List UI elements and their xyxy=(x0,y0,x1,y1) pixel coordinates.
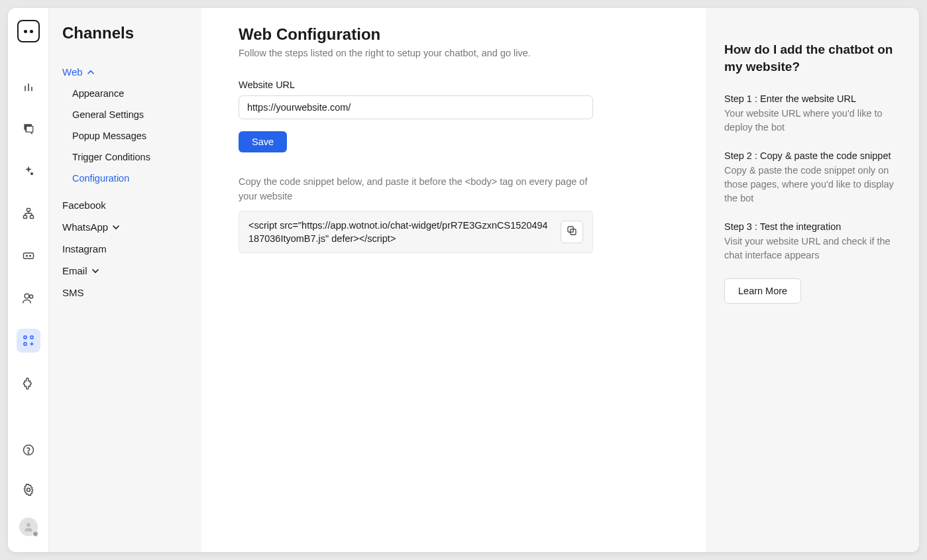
user-avatar[interactable] xyxy=(19,518,38,536)
svg-point-18 xyxy=(23,343,26,345)
step-1-desc: Your website URL where you'd like to dep… xyxy=(724,107,900,135)
svg-rect-4 xyxy=(27,209,30,211)
page-title: Web Configuration xyxy=(239,25,669,44)
code-snippet-text: <script src="https://app.wotnot.io/chat-… xyxy=(248,219,553,246)
svg-point-23 xyxy=(27,488,30,492)
channels-sidebar: Channels Web Appearance General Settings… xyxy=(49,8,201,552)
channel-sms[interactable]: SMS xyxy=(62,282,191,304)
svg-point-14 xyxy=(25,294,29,298)
settings-icon[interactable] xyxy=(17,478,40,502)
svg-point-3 xyxy=(30,173,32,175)
chat-icon[interactable] xyxy=(17,117,40,140)
svg-point-16 xyxy=(23,336,26,339)
sub-appearance[interactable]: Appearance xyxy=(72,83,191,104)
app-logo[interactable] xyxy=(17,20,40,42)
svg-point-13 xyxy=(29,255,30,256)
channel-label: Web xyxy=(62,66,83,78)
step-1-title: Step 1 : Enter the website URL xyxy=(724,93,900,104)
copy-button[interactable] xyxy=(561,221,583,243)
channel-label: Email xyxy=(62,265,87,276)
copy-icon xyxy=(566,225,578,239)
icon-rail xyxy=(8,8,49,552)
help-title: How do I add the chatbot on my website? xyxy=(724,41,900,75)
step-2-desc: Copy & paste the code snippet only on th… xyxy=(724,164,900,205)
channel-facebook[interactable]: Facebook xyxy=(62,194,191,216)
page-subtitle: Follow the steps listed on the right to … xyxy=(239,48,669,58)
svg-point-17 xyxy=(30,336,32,339)
channel-web[interactable]: Web xyxy=(62,61,191,83)
web-sub-items: Appearance General Settings Popup Messag… xyxy=(62,83,191,189)
channels-icon[interactable] xyxy=(17,329,40,353)
code-snippet-box: <script src="https://app.wotnot.io/chat-… xyxy=(239,211,593,254)
channel-label: WhatsApp xyxy=(62,221,108,233)
ticket-icon[interactable] xyxy=(17,244,40,268)
svg-point-15 xyxy=(29,295,32,298)
app-window: Channels Web Appearance General Settings… xyxy=(8,8,919,552)
chevron-up-icon xyxy=(85,67,96,78)
chevron-down-icon xyxy=(90,266,101,276)
snippet-description: Copy the code snippet below, and paste i… xyxy=(239,175,593,204)
channel-label: Instagram xyxy=(62,243,107,254)
url-label: Website URL xyxy=(239,80,669,90)
svg-point-22 xyxy=(28,453,28,453)
sitemap-icon[interactable] xyxy=(17,201,40,225)
channel-label: Facebook xyxy=(62,199,106,211)
step-3-title: Step 3 : Test the integration xyxy=(724,221,900,232)
main-content: Web Configuration Follow the steps liste… xyxy=(201,8,706,552)
svg-rect-6 xyxy=(30,215,33,218)
sub-trigger-conditions[interactable]: Trigger Conditions xyxy=(72,146,191,168)
sub-general-settings[interactable]: General Settings xyxy=(72,104,191,125)
step-3-desc: Visit your website URL and check if the … xyxy=(724,235,900,262)
svg-point-12 xyxy=(26,255,27,256)
channel-whatsapp[interactable]: WhatsApp xyxy=(62,216,191,238)
help-icon[interactable] xyxy=(17,438,40,462)
channel-instagram[interactable]: Instagram xyxy=(62,238,191,260)
sparkle-icon[interactable] xyxy=(17,159,40,183)
step-2-title: Step 2 : Copy & paste the code snippet xyxy=(724,150,900,161)
svg-rect-11 xyxy=(23,253,33,258)
puzzle-icon[interactable] xyxy=(17,371,40,395)
sub-popup-messages[interactable]: Popup Messages xyxy=(72,125,191,146)
analytics-icon[interactable] xyxy=(17,74,40,98)
channel-label: SMS xyxy=(62,287,84,298)
chevron-down-icon xyxy=(111,222,121,233)
website-url-input[interactable] xyxy=(239,95,593,119)
save-button[interactable]: Save xyxy=(239,131,287,152)
contacts-icon[interactable] xyxy=(17,286,40,310)
learn-more-button[interactable]: Learn More xyxy=(724,278,801,304)
svg-rect-5 xyxy=(23,215,27,218)
sidebar-title: Channels xyxy=(62,24,191,42)
channel-email[interactable]: Email xyxy=(62,260,191,282)
svg-point-24 xyxy=(27,523,30,527)
sub-configuration[interactable]: Configuration xyxy=(72,168,191,189)
help-panel: How do I add the chatbot on my website? … xyxy=(706,8,919,552)
